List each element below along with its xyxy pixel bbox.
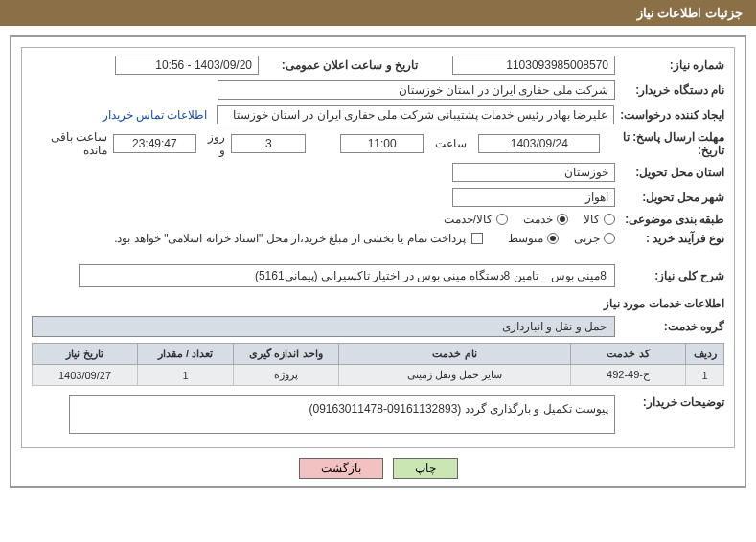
- subject-class-radios: کالا خدمت کالا/خدمت: [444, 213, 615, 226]
- radio-khedmat[interactable]: خدمت: [523, 213, 568, 226]
- radio-minor-label: جزیی: [574, 232, 600, 245]
- buyer-note-label: توضیحات خریدار:: [621, 395, 724, 409]
- td-name: سایر حمل ونقل زمینی: [339, 365, 571, 386]
- buyer-note-field: پیوست تکمیل و بارگذاری گردد (09161132893…: [69, 395, 615, 434]
- print-button[interactable]: چاپ: [393, 458, 458, 479]
- subject-class-label: طبقه بندی موضوعی:: [621, 213, 724, 226]
- process-type-label: نوع فرآیند خرید :: [621, 232, 724, 245]
- page-title: جزئیات اطلاعات نیاز: [0, 0, 756, 26]
- buyer-org-field: شرکت ملی حفاری ایران در استان خوزستان: [218, 80, 615, 100]
- payment-note: پرداخت تمام یا بخشی از مبلغ خرید،از محل …: [114, 232, 466, 245]
- need-number-label: شماره نیاز:: [621, 58, 724, 72]
- radio-kala-label: کالا: [584, 213, 600, 226]
- td-unit: پروژه: [234, 365, 339, 386]
- city-label: شهر محل تحویل:: [621, 191, 724, 204]
- payment-checkbox[interactable]: [471, 233, 483, 244]
- city-field: اهواز: [452, 188, 615, 207]
- form-panel: شماره نیاز: 1103093985008570 تاریخ و ساع…: [21, 47, 735, 448]
- td-qty: 1: [138, 365, 234, 386]
- radio-kalakhedmat-label: کالا/خدمت: [444, 213, 493, 226]
- buyer-org-label: نام دستگاه خریدار:: [621, 83, 724, 97]
- deadline-label: مهلت ارسال پاسخ: تا تاریخ:: [606, 130, 724, 157]
- radio-khedmat-label: خدمت: [523, 213, 553, 226]
- td-row: 1: [686, 365, 724, 386]
- requester-field: علیرضا بهادر رئیس خدمات پشتیبانی شرکت مل…: [217, 105, 614, 124]
- td-date: 1403/09/27: [33, 365, 138, 386]
- svc-info-heading: اطلاعات خدمات مورد نیاز: [32, 297, 724, 310]
- need-desc-label: شرح کلی نیاز:: [621, 269, 724, 282]
- outer-frame: AriaTender.net شماره نیاز: 1103093985008…: [10, 35, 746, 488]
- requester-label: ایجاد کننده درخواست:: [620, 108, 724, 122]
- remain-time-field: 23:49:47: [113, 134, 196, 153]
- remain-label: ساعت باقی مانده: [32, 130, 107, 157]
- service-table: ردیف کد خدمت نام خدمت واحد اندازه گیری ت…: [32, 343, 724, 386]
- province-field: خوزستان: [452, 163, 615, 182]
- need-number-field: 1103093985008570: [452, 56, 615, 75]
- th-qty: تعداد / مقدار: [138, 344, 234, 365]
- public-date-label: تاریخ و ساعت اعلان عمومی:: [264, 58, 418, 72]
- radio-kala[interactable]: کالا: [584, 213, 615, 226]
- days-label: روز و: [202, 130, 226, 157]
- svc-group-label: گروه خدمت:: [621, 320, 724, 333]
- svc-group-field: حمل و نقل و انبارداری: [32, 316, 615, 337]
- days-field: 3: [231, 134, 306, 153]
- deadline-time-field: 11:00: [340, 134, 424, 153]
- public-date-field: 1403/09/20 - 10:56: [115, 56, 259, 75]
- radio-kalakhedmat[interactable]: کالا/خدمت: [444, 213, 508, 226]
- process-type-radios: جزیی متوسط: [508, 232, 615, 245]
- th-name: نام خدمت: [339, 344, 571, 365]
- radio-mid-label: متوسط: [508, 232, 543, 245]
- radio-minor[interactable]: جزیی: [574, 232, 615, 245]
- td-code: ح-49-492: [571, 365, 686, 386]
- back-button[interactable]: بازگشت: [299, 458, 383, 479]
- th-row: ردیف: [686, 344, 724, 365]
- table-row: 1 ح-49-492 سایر حمل ونقل زمینی پروژه 1 1…: [33, 365, 724, 386]
- th-code: کد خدمت: [571, 344, 686, 365]
- buyer-contact-link[interactable]: اطلاعات تماس خریدار: [103, 108, 208, 122]
- time-label: ساعت: [435, 137, 467, 150]
- deadline-date-field: 1403/09/24: [478, 134, 600, 153]
- province-label: استان محل تحویل:: [621, 166, 724, 179]
- radio-mid[interactable]: متوسط: [508, 232, 559, 245]
- need-desc-field: 8مینی بوس _ تامین 8دستگاه مینی بوس در اخ…: [79, 264, 615, 287]
- button-row: چاپ بازگشت: [11, 458, 745, 479]
- th-unit: واحد اندازه گیری: [234, 344, 339, 365]
- th-date: تاریخ نیاز: [33, 344, 138, 365]
- payment-note-wrap: پرداخت تمام یا بخشی از مبلغ خرید،از محل …: [114, 232, 483, 245]
